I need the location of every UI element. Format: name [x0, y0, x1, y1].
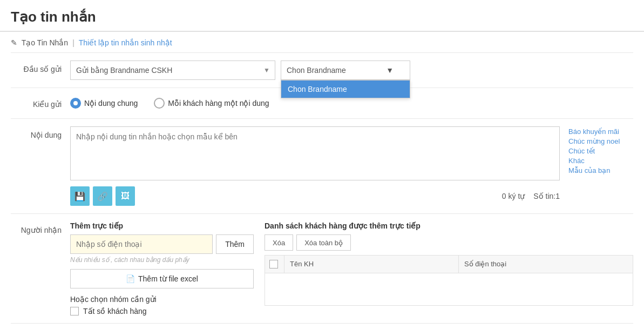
- th-check: [265, 256, 284, 273]
- radio-noi-dung-chung[interactable]: Nội dung chung: [70, 98, 138, 109]
- breadcrumb-create: ✎ Tạo Tin Nhắn: [11, 38, 68, 47]
- noi-dung-content: 💾 🔗 🖼 0 ký tự Số tin:1: [70, 126, 633, 206]
- them-truc-tiep-title: Thêm trực tiếp: [70, 221, 254, 230]
- brandname-dropdown-wrap: Chon Brandname ▼ Chon Brandname: [281, 61, 410, 80]
- brandname-dropdown-item[interactable]: Chon Brandname: [281, 80, 410, 98]
- mau-cua-ban[interactable]: Mẫu của bạn: [568, 166, 633, 174]
- noi-dung-label: Nội dung: [11, 126, 70, 139]
- save-icon: 💾: [74, 191, 85, 202]
- kieu-gui-label: Kiểu gửi: [11, 96, 70, 109]
- radio-noi-dung-chung-label: Nội dung chung: [84, 99, 138, 108]
- brandname-btn-label: Chon Brandname: [287, 66, 346, 75]
- brandname-dropdown: Chon Brandname: [281, 80, 410, 98]
- noi-dung-stats: 0 ký tự Số tin:1: [502, 192, 560, 200]
- gui-bang-select-wrap: Gửi bằng Brandname CSKH ▼: [70, 61, 275, 80]
- them-truc-tiep: Thêm trực tiếp Thêm Nếu nhiều số , cách …: [70, 221, 254, 315]
- chon-nhom-title: Hoặc chọn nhóm cần gửi: [70, 295, 254, 304]
- mau-bao-khuyen-mai[interactable]: Báo khuyến mãi: [568, 127, 633, 136]
- phone-input[interactable]: [70, 234, 213, 254]
- image-btn[interactable]: 🖼: [116, 186, 135, 206]
- mau-chuc-tet[interactable]: Chúc tết: [568, 147, 633, 155]
- danh-sach-title: Danh sách khách hàng được thêm trực tiếp: [265, 221, 633, 230]
- nhom-placeholder: Tất sồ khách hàng: [83, 307, 147, 315]
- nguoi-nhan-section: Người nhận Thêm trực tiếp Thêm Nếu nhiều…: [11, 214, 633, 324]
- dau-so-gui-section: Đầu số gửi Gửi bằng Brandname CSKH ▼ Cho…: [11, 53, 633, 88]
- xoa-btn[interactable]: Xóa: [265, 234, 293, 251]
- them-button[interactable]: Thêm: [216, 234, 254, 254]
- image-icon: 🖼: [121, 191, 130, 201]
- gui-bang-select[interactable]: Gửi bằng Brandname CSKH: [70, 61, 275, 80]
- noi-dung-wrap: 💾 🔗 🖼 0 ký tự Số tin:1: [70, 126, 633, 206]
- nhom-checkbox[interactable]: [70, 307, 79, 315]
- edit-icon: ✎: [11, 38, 17, 47]
- mau-khac[interactable]: Khác: [568, 157, 633, 165]
- breadcrumb: ✎ Tạo Tin Nhắn | Thiết lập tin nhắn sinh…: [11, 32, 633, 53]
- radio-unchecked-icon: [154, 98, 165, 109]
- radio-moi-khach-hang[interactable]: Mỗi khách hàng một nội dung: [154, 98, 269, 109]
- chon-nhom-row: Tất sồ khách hàng: [70, 307, 254, 315]
- brandname-arrow-icon: ▼: [386, 66, 394, 75]
- xoa-toan-bo-btn[interactable]: Xóa toàn bộ: [296, 234, 351, 251]
- breadcrumb-separator: |: [72, 38, 74, 47]
- table-header: Tên KH Số điện thoại: [265, 255, 633, 273]
- excel-btn[interactable]: 📄 Thêm từ file excel: [70, 269, 254, 288]
- link-icon: 🔗: [97, 191, 108, 202]
- noi-dung-section: Nội dung 💾 🔗 🖼: [11, 119, 633, 214]
- th-so-dt: Số điện thoại: [459, 256, 633, 273]
- mau-chuc-mung-noel[interactable]: Chúc mừng noel: [568, 137, 633, 145]
- table-body: [265, 273, 633, 306]
- so-tin-count: Số tin:1: [533, 192, 560, 200]
- noi-dung-toolbar: 💾 🔗 🖼 0 ký tự Số tin:1: [70, 186, 560, 206]
- birthday-setup-link[interactable]: Thiết lập tin nhắn sinh nhật: [79, 38, 172, 47]
- ky-tu-count: 0 ký tự: [502, 192, 525, 200]
- content-area: ✎ Tạo Tin Nhắn | Thiết lập tin nhắn sinh…: [0, 32, 644, 324]
- page-header: Tạo tin nhắn: [0, 0, 644, 32]
- link-btn[interactable]: 🔗: [93, 186, 112, 206]
- danh-sach-wrap: Danh sách khách hàng được thêm trực tiếp…: [265, 221, 633, 306]
- nguoi-nhan-inner: Thêm trực tiếp Thêm Nếu nhiều số , cách …: [70, 221, 633, 315]
- th-ten-kh: Tên KH: [284, 256, 459, 273]
- them-truc-tiep-row: Thêm: [70, 234, 254, 254]
- noi-dung-textarea[interactable]: [70, 126, 560, 180]
- dau-so-gui-content: Gửi bằng Brandname CSKH ▼ Chon Brandname…: [70, 61, 633, 80]
- save-btn[interactable]: 💾: [70, 186, 90, 206]
- file-icon: 📄: [126, 274, 135, 283]
- radio-checked-icon: [70, 98, 81, 109]
- header-checkbox[interactable]: [269, 260, 278, 268]
- dau-so-gui-label: Đầu số gửi: [11, 61, 70, 73]
- breadcrumb-create-label: Tạo Tin Nhắn: [22, 38, 68, 47]
- noi-dung-mau: Báo khuyến mãi Chúc mừng noel Chúc tết K…: [568, 126, 633, 206]
- hint-text: Nếu nhiều số , cách nhau bằng dấu phẩy: [70, 256, 254, 264]
- nguoi-nhan-content: Thêm trực tiếp Thêm Nếu nhiều số , cách …: [70, 221, 633, 315]
- danh-sach-actions: Xóa Xóa toàn bộ: [265, 234, 633, 251]
- page-title: Tạo tin nhắn: [11, 9, 633, 25]
- radio-moi-khach-hang-label: Mỗi khách hàng một nội dung: [168, 99, 269, 108]
- textarea-wrap: 💾 🔗 🖼 0 ký tự Số tin:1: [70, 126, 560, 206]
- nguoi-nhan-label: Người nhận: [11, 221, 70, 234]
- dau-so-row: Gửi bằng Brandname CSKH ▼ Chon Brandname…: [70, 61, 633, 80]
- brandname-select-btn[interactable]: Chon Brandname ▼: [281, 61, 410, 80]
- excel-btn-label: Thêm từ file excel: [138, 274, 198, 283]
